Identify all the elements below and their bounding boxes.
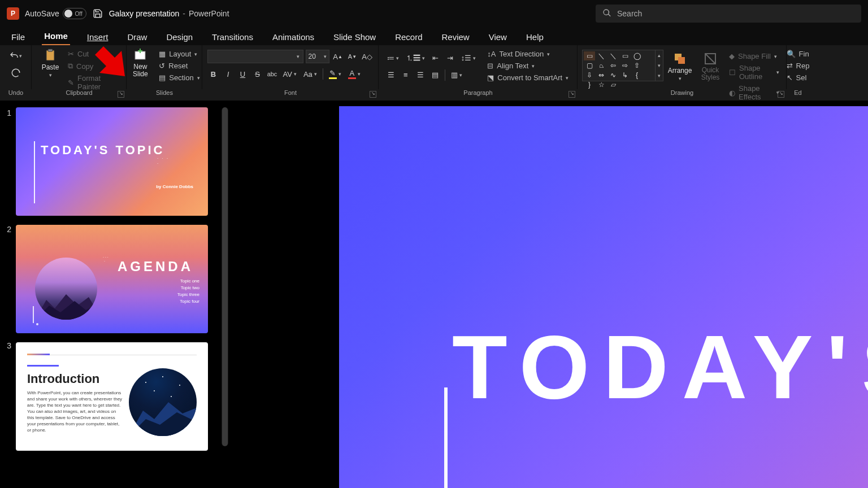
text-direction-button[interactable]: ↕AText Direction▾: [485, 49, 571, 59]
tab-transitions[interactable]: Transitions: [210, 30, 255, 45]
font-name-combo[interactable]: ▾: [207, 50, 303, 63]
shape-arrowLR[interactable]: ⇔: [596, 71, 607, 80]
shape-rbrace[interactable]: }: [584, 80, 595, 89]
smartart-icon: ⬔: [487, 73, 494, 82]
shadow-button[interactable]: abc: [266, 68, 279, 80]
tab-slideshow[interactable]: Slide Show: [331, 30, 378, 45]
underline-button[interactable]: U: [237, 68, 249, 80]
shape-arrowU[interactable]: ⇧: [631, 61, 643, 70]
align-text-button[interactable]: ⊟Align Text▾: [485, 60, 571, 71]
tab-animations[interactable]: Animations: [270, 30, 316, 45]
bold-button[interactable]: B: [207, 68, 220, 80]
tab-home[interactable]: Home: [42, 29, 70, 45]
shape-oval[interactable]: ◯: [631, 51, 643, 60]
shape-line[interactable]: ＼: [596, 51, 607, 60]
quick-styles-button[interactable]: Quick Styles: [696, 50, 724, 84]
change-case-button[interactable]: Aa▾: [301, 68, 319, 80]
autosave-label: AutoSave: [25, 9, 59, 18]
group-label-slides: Slides: [127, 89, 202, 101]
italic-button[interactable]: I: [222, 68, 235, 80]
search-box[interactable]: Search: [596, 5, 861, 23]
tab-insert[interactable]: Insert: [85, 30, 111, 45]
shape-roundrect[interactable]: ▢: [584, 61, 595, 70]
clipboard-launcher[interactable]: ↘: [118, 91, 124, 98]
decrease-font-button[interactable]: A▼: [346, 50, 359, 63]
new-slide-button[interactable]: New Slide: [126, 46, 154, 80]
increase-indent-button[interactable]: ⇥: [444, 52, 457, 64]
char-spacing-button[interactable]: AV▾: [281, 68, 299, 80]
font-launcher[interactable]: ↘: [370, 91, 376, 98]
svg-point-15: [171, 396, 172, 397]
autosave-track[interactable]: Off: [63, 8, 86, 19]
line-spacing-button[interactable]: ↕☰▾: [459, 52, 479, 64]
thumbnail-scrollbar[interactable]: [222, 107, 228, 446]
shape-outline-button[interactable]: ☐Shape Outline▾: [727, 63, 782, 82]
bullets-button[interactable]: ≔▾: [385, 52, 401, 64]
convert-smartart-button[interactable]: ⬔Convert to SmartArt▾: [485, 72, 571, 83]
tab-record[interactable]: Record: [393, 30, 424, 45]
group-label-drawing: Drawing↘: [578, 89, 787, 101]
font-color-button[interactable]: A▾: [346, 68, 363, 80]
increase-font-button[interactable]: A▲: [332, 50, 344, 63]
align-center-button[interactable]: ≡: [400, 69, 412, 81]
align-left-button[interactable]: ☰: [385, 69, 397, 81]
tab-file[interactable]: File: [9, 30, 27, 45]
save-icon[interactable]: [92, 8, 103, 19]
clear-format-button[interactable]: A◇: [361, 50, 374, 63]
undo-button[interactable]: ▾: [6, 50, 26, 62]
copy-button[interactable]: ⧉Copy: [66, 60, 121, 72]
shape-rect[interactable]: ▭: [619, 51, 631, 60]
strike-button[interactable]: S: [251, 68, 264, 80]
shape-arrowR[interactable]: ⇨: [619, 61, 631, 70]
shape-fill-button[interactable]: ◆Shape Fill▾: [727, 51, 782, 62]
decrease-indent-button[interactable]: ⇤: [429, 52, 442, 64]
cut-button[interactable]: ✂Cut: [66, 49, 121, 59]
shape-curve[interactable]: ∿: [607, 71, 619, 80]
drawing-launcher[interactable]: ↘: [778, 91, 784, 98]
align-right-button[interactable]: ☰: [414, 69, 427, 81]
shapes-gallery-more[interactable]: ▴▾▾: [656, 50, 663, 81]
shape-star[interactable]: ☆: [596, 80, 607, 89]
shape-connector[interactable]: ↳: [619, 71, 631, 80]
tab-review[interactable]: Review: [440, 30, 472, 45]
replace-button[interactable]: ⇄Rep: [784, 60, 812, 71]
paste-button[interactable]: Paste ▾: [36, 46, 64, 80]
shape-arrowL[interactable]: ⇦: [607, 61, 619, 70]
current-slide[interactable]: TODAY'S TO: [339, 106, 868, 488]
slide-thumbnail-2[interactable]: · · · · AGENDA Topic one Topic two Topic…: [16, 225, 208, 333]
slide-number-2: 2: [7, 225, 16, 341]
slide-thumbnail-1[interactable]: TODAY'S TOPIC · · ·· by Connie Dobbs: [16, 107, 208, 216]
section-button[interactable]: ▤Section▾: [157, 72, 202, 83]
redo-button[interactable]: [10, 67, 22, 79]
columns-button[interactable]: ▥▾: [449, 69, 465, 81]
tab-view[interactable]: View: [487, 30, 509, 45]
shape-line2[interactable]: ＼: [607, 51, 619, 60]
shape-lbrace[interactable]: {: [631, 71, 643, 80]
paragraph-launcher[interactable]: ↘: [568, 91, 575, 98]
justify-button[interactable]: ▤: [429, 69, 441, 81]
shape-trap[interactable]: ⏢: [596, 61, 607, 70]
tab-help[interactable]: Help: [524, 30, 546, 45]
arrange-button[interactable]: Arrange▾: [666, 50, 694, 84]
numbering-button[interactable]: ⒈☰▾: [403, 52, 427, 64]
select-icon: ↖: [787, 73, 793, 82]
shape-textbox[interactable]: ▭: [584, 51, 595, 60]
tab-draw[interactable]: Draw: [125, 30, 149, 45]
slide-thumbnail-3[interactable]: Introduction With PowerPoint, you can cr…: [16, 342, 208, 451]
reset-button[interactable]: ↺Reset: [157, 60, 202, 71]
font-size-combo[interactable]: 20▾: [306, 50, 329, 63]
workspace: 1 2 3 TODAY'S TOPIC · · ·· by Connie Dob…: [0, 101, 868, 488]
layout-button[interactable]: ▦Layout▾: [157, 49, 202, 59]
autosave-toggle[interactable]: AutoSave Off: [25, 8, 86, 19]
slide-title-text[interactable]: TODAY'S TO: [452, 315, 868, 419]
thumbnail-scroll-handle[interactable]: [222, 107, 228, 446]
find-button[interactable]: 🔍Fin: [784, 49, 812, 59]
shape-arrowD[interactable]: ⇩: [584, 71, 595, 80]
reset-icon: ↺: [159, 62, 165, 70]
highlight-button[interactable]: ✎▾: [327, 68, 344, 80]
select-button[interactable]: ↖Sel: [784, 72, 812, 83]
slide-editor[interactable]: TODAY'S TO: [231, 101, 868, 488]
tab-design[interactable]: Design: [164, 30, 195, 45]
shape-callout[interactable]: ▱: [607, 80, 619, 89]
shapes-gallery[interactable]: ▭ ＼ ＼ ▭ ◯ ▢ ⏢ ⇦ ⇨ ⇧ ⇩ ⇔ ∿ ↳ {: [582, 50, 656, 81]
